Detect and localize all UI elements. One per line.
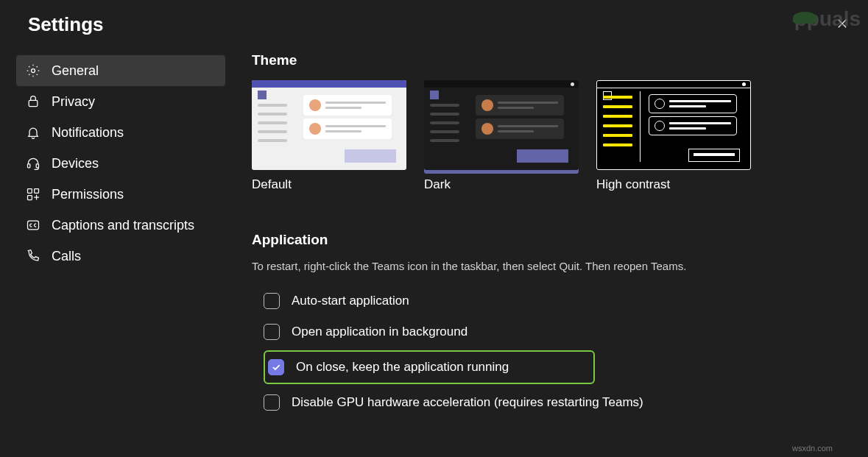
option-label: Disable GPU hardware acceleration (requi… [292, 395, 643, 410]
checkbox-checked-icon [268, 359, 284, 375]
checkbox-icon [264, 324, 280, 340]
bell-icon [25, 124, 41, 141]
theme-preview-high-contrast [596, 80, 751, 170]
close-icon [836, 17, 849, 32]
theme-heading: Theme [252, 52, 846, 68]
sidebar-item-label: Calls [52, 249, 81, 264]
sidebar-item-label: Notifications [52, 125, 124, 141]
svg-rect-2 [28, 164, 30, 168]
svg-point-0 [32, 69, 35, 73]
sidebar-item-permissions[interactable]: Permissions [16, 179, 225, 210]
theme-preview-default [252, 80, 406, 170]
sidebar-item-label: Permissions [52, 187, 124, 202]
sidebar-item-label: Captions and transcripts [52, 218, 194, 233]
title-bar: Settings [0, 0, 868, 42]
theme-options-row: Default Dark [252, 80, 846, 192]
option-label: Auto-start application [292, 294, 409, 308]
svg-rect-7 [28, 221, 39, 230]
theme-option-dark[interactable]: Dark [424, 80, 579, 192]
sidebar-item-privacy[interactable]: Privacy [16, 86, 225, 117]
option-auto-start[interactable]: Auto-start application [264, 288, 846, 313]
svg-rect-3 [36, 164, 38, 168]
application-description: To restart, right-click the Teams icon i… [252, 260, 846, 272]
apps-icon [25, 186, 41, 202]
sidebar-item-general[interactable]: General [16, 55, 225, 86]
sidebar-item-calls[interactable]: Calls [16, 241, 225, 272]
svg-rect-1 [29, 100, 38, 106]
theme-label: High contrast [596, 177, 751, 192]
svg-rect-4 [28, 189, 32, 194]
theme-label: Dark [424, 177, 579, 192]
application-heading: Application [252, 232, 846, 248]
checkbox-icon [264, 394, 280, 411]
close-button[interactable] [831, 14, 853, 36]
sidebar-item-label: General [52, 63, 99, 79]
svg-rect-5 [35, 189, 39, 194]
option-label: On close, keep the application running [296, 360, 509, 375]
option-keep-running-on-close[interactable]: On close, keep the application running [264, 350, 595, 384]
sidebar-item-label: Devices [52, 156, 99, 171]
theme-label: Default [252, 177, 406, 192]
sidebar-item-devices[interactable]: Devices [16, 148, 225, 179]
phone-icon [25, 248, 41, 264]
settings-sidebar: General Privacy Notifications Devices [0, 42, 236, 457]
checkbox-icon [264, 293, 280, 309]
cc-icon [25, 217, 41, 233]
page-title: Settings [28, 13, 104, 36]
footer-tag: wsxdn.com [792, 444, 833, 453]
theme-preview-dark [424, 80, 579, 170]
svg-rect-6 [28, 196, 32, 200]
sidebar-item-notifications[interactable]: Notifications [16, 117, 225, 148]
theme-option-high-contrast[interactable]: High contrast [596, 80, 751, 192]
gear-icon [25, 63, 41, 79]
theme-option-default[interactable]: Default [252, 80, 406, 192]
option-disable-gpu[interactable]: Disable GPU hardware acceleration (requi… [264, 390, 846, 415]
content-area: Theme Default [236, 42, 868, 457]
option-open-in-background[interactable]: Open application in background [264, 319, 846, 344]
headset-icon [25, 155, 41, 171]
lock-icon [25, 93, 41, 110]
sidebar-item-captions-and-transcripts[interactable]: Captions and transcripts [16, 210, 225, 241]
option-label: Open application in background [292, 325, 467, 339]
sidebar-item-label: Privacy [52, 94, 95, 110]
application-options: Auto-start application Open application … [252, 288, 846, 415]
